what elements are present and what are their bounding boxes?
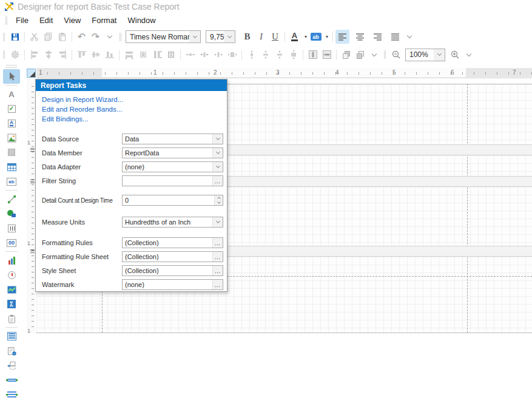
tool-line[interactable] xyxy=(3,192,20,206)
link-design-in-report-wizard[interactable]: Design in Report Wizard... xyxy=(42,96,123,103)
tool-page-info[interactable] xyxy=(3,311,20,326)
chevron-down-icon[interactable] xyxy=(189,31,200,42)
chevron-down-icon[interactable] xyxy=(224,31,235,42)
zoom-combo[interactable]: 100% xyxy=(405,49,445,61)
tool-table[interactable] xyxy=(3,160,20,174)
remove-vertical-spacing-button[interactable] xyxy=(286,48,300,62)
increase-horizontal-spacing-button[interactable] xyxy=(197,48,211,62)
undo-button[interactable]: ↶ xyxy=(75,30,89,44)
font-color-dropdown[interactable]: ▾ xyxy=(301,30,309,44)
ruler-corner-button[interactable] xyxy=(27,69,36,78)
watermark-editor[interactable]: (none) … xyxy=(122,279,223,290)
save-button[interactable] xyxy=(8,30,22,44)
ellipsis-button[interactable]: … xyxy=(212,176,223,186)
toolbar-grip[interactable] xyxy=(120,33,121,41)
toolbox-grip[interactable] xyxy=(6,65,17,68)
ellipsis-button[interactable]: … xyxy=(212,266,223,275)
bold-button[interactable]: B xyxy=(240,30,254,44)
paragraph-overflow-button[interactable] xyxy=(402,30,416,44)
tool-zip-code[interactable]: 00 xyxy=(3,235,20,250)
align-lefts-button[interactable] xyxy=(27,48,41,62)
chevron-down-icon[interactable] xyxy=(212,217,223,227)
formatting-rules-editor[interactable]: (Collection) … xyxy=(122,237,223,248)
remove-horizontal-spacing-button[interactable] xyxy=(225,48,239,62)
menu-format[interactable]: Format xyxy=(86,14,122,27)
tool-check-box[interactable]: ✓ xyxy=(3,101,20,116)
underline-button[interactable]: U xyxy=(268,30,282,44)
style-sheet-editor[interactable]: (Collection) … xyxy=(122,265,223,276)
tool-panel[interactable] xyxy=(3,145,20,160)
font-name-combo[interactable]: Times New Roman xyxy=(126,30,201,43)
menubar-grip[interactable] xyxy=(5,16,7,25)
tool-table-of-contents[interactable]: i xyxy=(3,343,20,358)
horizontal-spacing-equal-button[interactable] xyxy=(183,48,197,62)
increase-vertical-spacing-button[interactable] xyxy=(258,48,272,62)
menu-window[interactable]: Window xyxy=(122,14,161,27)
font-size-combo[interactable]: 9,75 xyxy=(206,30,235,43)
tool-bar-code[interactable] xyxy=(3,221,20,235)
chevron-down-icon[interactable] xyxy=(212,148,223,158)
data-member-combo[interactable]: ReportData xyxy=(122,147,223,158)
align-left-button[interactable] xyxy=(335,30,349,44)
align-to-grid-button[interactable] xyxy=(8,48,22,62)
italic-button[interactable]: I xyxy=(254,30,268,44)
menu-file[interactable]: File xyxy=(10,14,34,27)
menu-view[interactable]: View xyxy=(58,14,86,27)
tool-chart[interactable] xyxy=(3,253,20,268)
align-center-button[interactable] xyxy=(353,30,367,44)
filter-string-input[interactable]: … xyxy=(122,175,223,186)
decrease-horizontal-spacing-button[interactable] xyxy=(211,48,225,62)
ellipsis-button[interactable]: … xyxy=(212,252,223,262)
send-to-back-button[interactable] xyxy=(353,48,367,62)
align-right-button[interactable] xyxy=(371,30,385,44)
link-edit-and-reorder-bands[interactable]: Edit and Reorder Bands... xyxy=(42,106,123,113)
chevron-down-icon[interactable] xyxy=(212,134,223,144)
align-centers-button[interactable] xyxy=(41,48,55,62)
copy-button[interactable] xyxy=(41,30,55,44)
tool-cross-band-box[interactable] xyxy=(3,387,20,402)
center-vertically-button[interactable] xyxy=(320,48,334,62)
tool-subreport[interactable] xyxy=(3,329,20,343)
chevron-down-icon[interactable] xyxy=(212,162,223,172)
font-color-button[interactable]: A xyxy=(288,30,301,44)
align-bottoms-button[interactable] xyxy=(103,48,116,62)
ellipsis-button[interactable]: … xyxy=(212,238,223,248)
layout-overflow-button[interactable] xyxy=(367,48,381,62)
paste-button[interactable] xyxy=(55,30,69,44)
tool-cross-band-line[interactable] xyxy=(3,373,20,387)
highlight-button[interactable]: ab xyxy=(309,30,323,44)
formatting-rule-sheet-editor[interactable]: (Collection) … xyxy=(122,251,223,262)
align-rights-button[interactable] xyxy=(55,48,69,62)
ellipsis-button[interactable]: … xyxy=(212,280,223,289)
menu-edit[interactable]: Edit xyxy=(34,14,58,27)
center-horizontally-button[interactable] xyxy=(306,48,320,62)
zoom-in-button[interactable] xyxy=(448,48,462,62)
tool-pivot-grid[interactable]: Σ xyxy=(3,297,20,311)
spinner-buttons[interactable] xyxy=(214,195,223,205)
highlight-dropdown[interactable]: ▾ xyxy=(323,30,330,44)
chevron-down-icon[interactable] xyxy=(434,49,445,61)
align-tops-button[interactable] xyxy=(75,48,89,62)
bring-to-front-button[interactable] xyxy=(339,48,353,62)
redo-button[interactable]: ↷ xyxy=(89,30,103,44)
tool-sparkline[interactable] xyxy=(3,282,20,297)
tool-pointer[interactable] xyxy=(3,69,20,84)
tool-page-break[interactable] xyxy=(3,358,20,373)
make-same-size-button[interactable] xyxy=(164,48,178,62)
zoom-overflow-button[interactable] xyxy=(462,48,476,62)
undo-overflow-button[interactable] xyxy=(103,30,116,44)
tool-shape[interactable] xyxy=(3,206,20,221)
size-to-grid-button[interactable] xyxy=(136,48,150,62)
tool-character-comb[interactable]: ab xyxy=(3,174,20,189)
cut-button[interactable] xyxy=(27,30,41,44)
toolbar-grip[interactable] xyxy=(3,50,5,59)
tool-picture-box[interactable] xyxy=(3,130,20,145)
tool-gauge[interactable] xyxy=(3,268,20,282)
make-same-height-button[interactable] xyxy=(150,48,164,62)
toolbar-grip[interactable] xyxy=(3,33,5,41)
vertical-spacing-equal-button[interactable] xyxy=(244,48,258,62)
spin-down-icon[interactable] xyxy=(215,200,223,205)
justify-button[interactable] xyxy=(388,30,402,44)
link-edit-bindings[interactable]: Edit Bindings... xyxy=(42,115,123,123)
data-source-combo[interactable]: Data xyxy=(122,134,223,144)
